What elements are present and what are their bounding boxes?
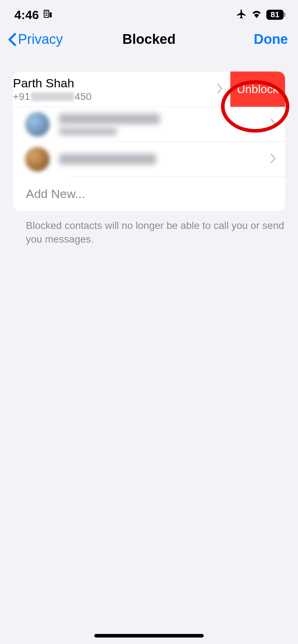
add-new-button[interactable]: Add New... <box>13 177 285 211</box>
battery-percent: 81 <box>271 10 279 19</box>
blocked-list-card: Parth Shah +91 450 Unblock <box>13 72 285 211</box>
blurred-line <box>59 114 160 124</box>
contact-blurred-text <box>59 114 261 135</box>
contact-row-content[interactable]: Parth Shah +91 450 <box>13 72 230 107</box>
blurred-line <box>59 154 156 165</box>
page-title: Blocked <box>122 32 176 47</box>
battery-icon: 81 <box>266 10 284 20</box>
svg-rect-3 <box>45 13 48 14</box>
chevron-right-icon <box>217 83 223 95</box>
status-time: 4:46 <box>14 8 39 22</box>
footer-description: Blocked contacts will no longer be able … <box>0 211 298 246</box>
blurred-line <box>59 128 117 135</box>
done-button[interactable]: Done <box>254 32 288 47</box>
status-bar: 4:46 81 <box>0 0 298 25</box>
blocked-contact-row[interactable] <box>13 142 285 176</box>
back-label: Privacy <box>18 32 63 47</box>
avatar <box>25 112 50 137</box>
svg-rect-4 <box>45 15 48 15</box>
svg-rect-2 <box>45 12 48 12</box>
back-button[interactable]: Privacy <box>8 32 63 47</box>
phone-redacted <box>31 92 74 101</box>
status-right: 81 <box>236 9 284 21</box>
blocked-contact-row[interactable] <box>13 107 285 142</box>
contact-text: Parth Shah +91 450 <box>13 76 91 102</box>
phone-suffix: 450 <box>75 91 92 103</box>
contact-name: Parth Shah <box>13 76 91 91</box>
chevron-left-icon <box>8 33 17 46</box>
chevron-right-icon <box>270 119 276 130</box>
unblock-button[interactable]: Unblock <box>230 72 285 107</box>
airplane-mode-icon <box>236 9 247 21</box>
wifi-icon <box>251 10 262 20</box>
status-left: 4:46 <box>14 8 53 22</box>
contact-blurred-text <box>59 154 261 165</box>
blocked-contact-row-swiped[interactable]: Parth Shah +91 450 Unblock <box>13 72 285 107</box>
phone-prefix: +91 <box>13 91 30 103</box>
contact-phone: +91 450 <box>13 91 91 103</box>
dual-sim-icon <box>42 8 53 22</box>
chevron-right-icon <box>270 153 276 165</box>
avatar <box>25 147 50 171</box>
home-indicator[interactable] <box>94 634 204 638</box>
svg-rect-1 <box>50 12 52 17</box>
nav-bar: Privacy Blocked Done <box>0 25 298 54</box>
